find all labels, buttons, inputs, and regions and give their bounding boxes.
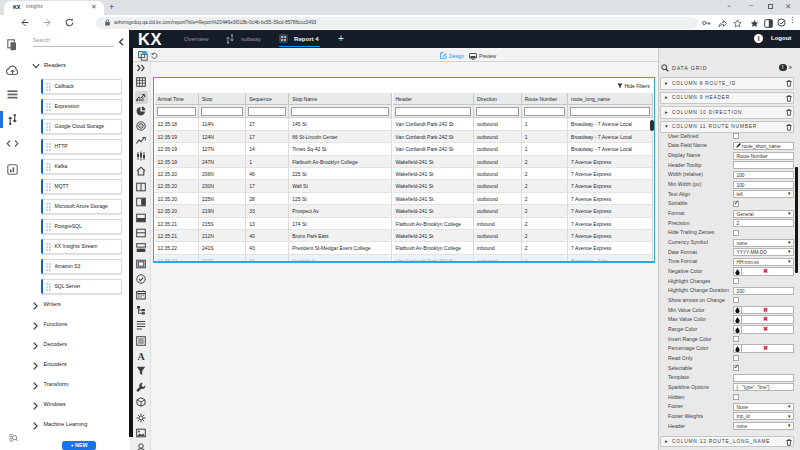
svg-text:A: A <box>137 351 145 361</box>
